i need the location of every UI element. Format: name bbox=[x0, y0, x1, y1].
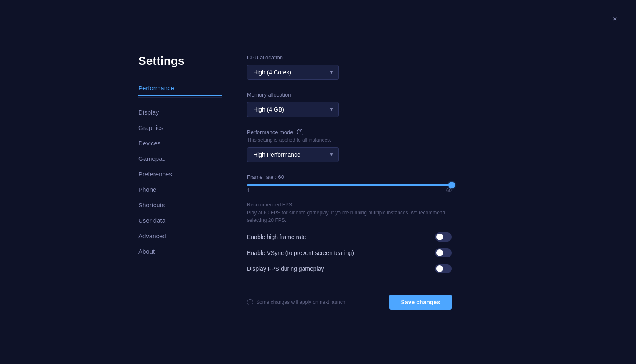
slider-labels: 1 60 bbox=[247, 188, 452, 193]
sidebar-item-preferences[interactable]: Preferences bbox=[138, 166, 222, 182]
modal-container: × Settings Performance Display Graphics … bbox=[0, 0, 636, 364]
performance-mode-header: Performance mode ? bbox=[247, 129, 498, 135]
toggle-knob-fps-display bbox=[436, 265, 443, 272]
sidebar-item-phone[interactable]: Phone bbox=[138, 182, 222, 197]
sidebar-item-user-data[interactable]: User data bbox=[138, 213, 222, 228]
cpu-label: CPU allocation bbox=[247, 54, 498, 61]
toggle-vsync[interactable] bbox=[435, 248, 452, 257]
page-title: Settings bbox=[138, 54, 222, 68]
memory-select[interactable]: Low (1 GB) Medium (2 GB) High (4 GB) Ult… bbox=[247, 102, 339, 117]
performance-mode-sublabel: This setting is applied to all instances… bbox=[247, 137, 498, 143]
memory-label: Memory allocation bbox=[247, 92, 498, 98]
fps-rec-title: Recommended FPS bbox=[247, 202, 498, 208]
help-icon[interactable]: ? bbox=[297, 129, 303, 135]
toggle-label-high-frame-rate: Enable high frame rate bbox=[247, 234, 306, 240]
fps-recommendation: Recommended FPS Play at 60 FPS for smoot… bbox=[247, 202, 498, 224]
sidebar-item-performance[interactable]: Performance bbox=[138, 80, 222, 96]
sidebar-item-shortcuts[interactable]: Shortcuts bbox=[138, 197, 222, 213]
slider-container bbox=[247, 184, 498, 186]
memory-section: Memory allocation Low (1 GB) Medium (2 G… bbox=[247, 92, 498, 117]
sidebar-item-graphics[interactable]: Graphics bbox=[138, 120, 222, 135]
performance-mode-select[interactable]: Power Saving Balanced High Performance bbox=[247, 147, 339, 162]
memory-dropdown-wrapper: Low (1 GB) Medium (2 GB) High (4 GB) Ult… bbox=[247, 102, 339, 117]
cpu-section: CPU allocation Low (1 Core) Medium (2 Co… bbox=[247, 54, 498, 80]
fps-rec-desc: Play at 60 FPS for smooth gameplay. If y… bbox=[247, 209, 452, 224]
footer-note-text: Some changes will apply on next launch bbox=[256, 299, 345, 305]
toggle-label-vsync: Enable VSync (to prevent screen tearing) bbox=[247, 249, 354, 256]
settings-panel: Settings Performance Display Graphics De… bbox=[138, 54, 498, 310]
frame-rate-section: Frame rate : 60 1 60 bbox=[247, 174, 498, 193]
performance-mode-dropdown-wrapper: Power Saving Balanced High Performance ▼ bbox=[247, 147, 339, 162]
sidebar-item-about[interactable]: About bbox=[138, 244, 222, 259]
close-button[interactable]: × bbox=[610, 13, 619, 25]
frame-rate-label: Frame rate : 60 bbox=[247, 174, 498, 180]
save-button[interactable]: Save changes bbox=[389, 295, 452, 310]
sidebar: Settings Performance Display Graphics De… bbox=[138, 54, 222, 310]
sidebar-item-display[interactable]: Display bbox=[138, 104, 222, 120]
toggle-row-fps-display: Display FPS during gameplay bbox=[247, 264, 452, 273]
toggle-knob-vsync bbox=[436, 249, 443, 256]
cpu-dropdown-wrapper: Low (1 Core) Medium (2 Cores) High (4 Co… bbox=[247, 65, 339, 80]
sidebar-item-gamepad[interactable]: Gamepad bbox=[138, 151, 222, 166]
sidebar-item-devices[interactable]: Devices bbox=[138, 135, 222, 151]
toggle-fps-display[interactable] bbox=[435, 264, 452, 273]
cpu-select[interactable]: Low (1 Core) Medium (2 Cores) High (4 Co… bbox=[247, 65, 339, 80]
toggle-label-fps-display: Display FPS during gameplay bbox=[247, 265, 324, 272]
slider-min-label: 1 bbox=[247, 188, 250, 193]
sidebar-item-advanced[interactable]: Advanced bbox=[138, 228, 222, 244]
performance-mode-section: Performance mode ? This setting is appli… bbox=[247, 129, 498, 162]
main-content: CPU allocation Low (1 Core) Medium (2 Co… bbox=[222, 54, 498, 310]
info-icon: i bbox=[247, 299, 253, 305]
performance-mode-title: Performance mode bbox=[247, 129, 293, 135]
footer-note: i Some changes will apply on next launch bbox=[247, 299, 345, 305]
toggle-knob-high-frame-rate bbox=[436, 234, 443, 240]
toggle-row-high-frame-rate: Enable high frame rate bbox=[247, 232, 452, 242]
slider-max-label: 60 bbox=[446, 188, 452, 193]
sidebar-divider bbox=[138, 97, 222, 98]
footer-bar: i Some changes will apply on next launch… bbox=[247, 286, 452, 310]
toggle-high-frame-rate[interactable] bbox=[435, 232, 452, 242]
toggle-row-vsync: Enable VSync (to prevent screen tearing) bbox=[247, 248, 452, 257]
